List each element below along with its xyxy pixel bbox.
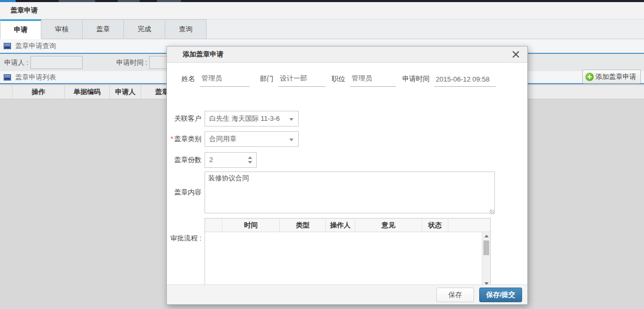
app-header: 盖章申请 (0, 2, 644, 19)
seal-copies-stepper[interactable]: 2 (205, 152, 257, 168)
add-seal-application-dialog: 添加盖章申请 姓名 管理员 部门 设计一部 职位 管理员 申请时间 2015-0… (166, 46, 528, 305)
apply-time-field: 申请时间 2015-06-12 09:58 (402, 74, 496, 87)
add-button-label: 添加盖章申请 (595, 72, 636, 82)
seal-copies-label: 盖章份数 (170, 155, 201, 165)
required-mark: * (171, 135, 173, 143)
vertical-scrollbar[interactable] (482, 232, 490, 288)
column-header-applicant[interactable]: 申请人 (110, 85, 141, 99)
seal-content-textarea[interactable] (205, 171, 495, 213)
name-value: 管理员 (200, 74, 250, 87)
chevron-down-icon (289, 139, 293, 141)
approval-col-status: 状态 (422, 219, 448, 232)
add-seal-application-button[interactable]: 添加盖章申请 (582, 70, 641, 84)
approval-col-type: 类型 (280, 219, 326, 232)
apply-time-value: 2015-06-12 09:58 (434, 75, 496, 87)
chevron-down-icon (289, 118, 293, 121)
approval-col-end (448, 219, 490, 232)
approval-table-body (205, 232, 490, 288)
vertical-scroll-thumb[interactable] (483, 241, 489, 255)
department-value: 设计一部 (278, 74, 325, 87)
spinner-down-icon[interactable] (248, 161, 252, 164)
related-customer-label: 关联客户 (170, 114, 201, 123)
tab-query[interactable]: 查询 (165, 19, 207, 39)
save-submit-button[interactable]: 保存/提交 (479, 288, 522, 302)
applicant-label: 申请人 : (4, 58, 28, 67)
column-header-blank (0, 85, 13, 99)
seal-copies-row: 盖章份数 2 (170, 152, 257, 168)
tab-bar: 申请 审核 盖章 完成 查询 (0, 19, 644, 39)
dialog-header: 添加盖章申请 (167, 47, 527, 63)
plus-icon (585, 73, 594, 81)
column-header-operation[interactable]: 操作 (13, 85, 65, 99)
approval-col-time: 时间 (222, 219, 280, 232)
department-field: 部门 设计一部 (260, 74, 325, 87)
applicant-input[interactable] (30, 56, 83, 69)
seal-type-label: *盖章类别 (170, 134, 201, 144)
spinner-up-icon[interactable] (248, 156, 252, 159)
dialog-title: 添加盖章申请 (183, 50, 223, 59)
position-value: 管理员 (350, 74, 396, 87)
position-field: 职位 管理员 (332, 74, 396, 87)
seal-content-label: 盖章内容 (170, 171, 201, 213)
related-customer-select[interactable]: 白先生 海天国际 11-3-6 (205, 111, 299, 127)
seal-copies-value: 2 (209, 156, 213, 164)
resize-handle[interactable] (490, 210, 494, 214)
list-section-title: 盖章申请列表 (15, 73, 56, 82)
approval-col-operator: 操作人 (326, 219, 355, 232)
approval-table-header: 时间 类型 操作人 意见 状态 (205, 219, 490, 232)
dialog-footer: 保存 保存/提交 (167, 284, 527, 304)
tab-apply[interactable]: 申请 (0, 19, 41, 39)
seal-type-row: *盖章类别 合同用章 (170, 131, 299, 147)
scroll-up-icon[interactable] (484, 235, 489, 237)
approval-col-opinion: 意见 (355, 219, 422, 232)
approval-col-blank (205, 219, 222, 232)
page-title: 盖章申请 (10, 6, 38, 15)
tab-complete[interactable]: 完成 (124, 19, 165, 39)
save-button[interactable]: 保存 (436, 288, 474, 302)
query-section-title: 盖章申请查询 (15, 41, 56, 51)
apply-time-label: 申请时间 : (116, 58, 147, 67)
window-icon (4, 74, 11, 81)
name-field: 姓名 管理员 (182, 74, 250, 87)
window-icon (4, 43, 11, 49)
tab-review[interactable]: 审核 (41, 19, 83, 39)
seal-type-select[interactable]: 合同用章 (205, 131, 299, 147)
seal-content-row: 盖章内容 (170, 171, 495, 215)
close-icon[interactable] (512, 50, 520, 59)
dialog-body: 姓名 管理员 部门 设计一部 职位 管理员 申请时间 2015-06-12 09… (167, 63, 527, 284)
column-header-doc-code[interactable]: 单据编码 (65, 85, 110, 99)
applicant-info-row: 姓名 管理员 部门 设计一部 职位 管理员 申请时间 2015-06-12 09… (182, 74, 496, 87)
seal-type-value: 合同用章 (209, 134, 236, 144)
related-customer-value: 白先生 海天国际 11-3-6 (209, 114, 280, 123)
related-customer-row: 关联客户 白先生 海天国际 11-3-6 (170, 111, 299, 127)
tab-seal[interactable]: 盖章 (83, 19, 124, 39)
